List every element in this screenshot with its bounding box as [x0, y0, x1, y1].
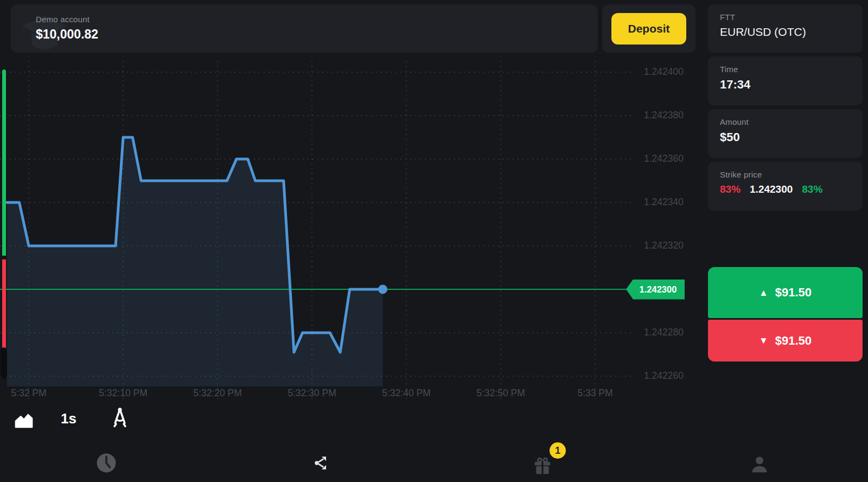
buy-up-button[interactable]: ▲ $91.50 [708, 267, 863, 318]
price-axis-label: 1.242320 [644, 240, 684, 251]
amount-value: $50 [720, 130, 851, 144]
time-axis-label: 5:32:50 PM [476, 388, 525, 399]
gift-badge[interactable]: 1 [550, 442, 566, 459]
profile-button[interactable] [749, 454, 770, 477]
price-axis-label: 1.242340 [644, 196, 684, 208]
price-axis-label: 1.242400 [644, 66, 684, 78]
active-trades-button[interactable] [314, 455, 330, 473]
h-gridline [0, 202, 632, 203]
up-arrow-icon: ▲ [759, 288, 768, 297]
v-gridline [123, 60, 124, 399]
pressure-bar-cap [1, 347, 7, 379]
h-gridline [0, 115, 632, 116]
h-gridline [0, 72, 632, 73]
buy-up-payout: $91.50 [775, 286, 812, 300]
time-label: Time [720, 65, 851, 74]
v-gridline [595, 60, 596, 399]
account-card[interactable]: Demo account $10,000.82 [11, 4, 598, 53]
deposit-button[interactable]: Deposit [611, 13, 686, 45]
pressure-bar-green [2, 69, 6, 256]
price-axis-label: 1.242280 [644, 327, 684, 338]
strike-down-percent: 83% [720, 183, 741, 195]
amount-label: Amount [720, 117, 851, 126]
buy-down-payout: $91.50 [775, 334, 812, 348]
strike-price-panel: Strike price 83% 1.242300 83% [708, 162, 863, 211]
price-axis-label: 1.242360 [644, 153, 684, 164]
time-axis-label: 5:32:30 PM [288, 388, 336, 399]
deposit-card: Deposit [602, 4, 695, 53]
time-axis-label: 5:32:10 PM [99, 388, 148, 399]
price-axis-label: 1.242260 [644, 370, 684, 382]
account-balance: $10,000.82 [36, 27, 98, 42]
route-arrows-icon [314, 455, 330, 471]
strike-label: Strike price [720, 170, 851, 179]
account-info: Demo account $10,000.82 [36, 15, 98, 42]
amount-control[interactable]: Amount $50 [708, 109, 863, 158]
time-value: 17:34 [720, 78, 851, 92]
clock-icon [96, 453, 117, 473]
h-gridline [0, 158, 632, 160]
area-chart-icon [13, 408, 35, 430]
strike-price-line [0, 289, 627, 290]
asset-selector[interactable]: FTT EUR/USD (OTC) [708, 4, 863, 53]
asset-name: EUR/USD (OTC) [720, 26, 851, 39]
v-gridline [406, 60, 407, 399]
strike-values: 83% 1.242300 83% [720, 183, 851, 195]
price-axis-label: 1.242380 [644, 110, 684, 121]
gift-icon [532, 455, 553, 476]
account-type-label: Demo account [36, 15, 98, 24]
compass-icon [108, 406, 131, 431]
buy-down-button[interactable]: ▼ $91.50 [708, 320, 863, 362]
v-gridline [500, 60, 501, 399]
h-gridline [0, 332, 632, 333]
v-gridline [311, 60, 312, 399]
down-arrow-icon: ▼ [759, 336, 768, 345]
v-gridline [28, 60, 29, 399]
asset-type-label: FTT [720, 12, 851, 22]
time-axis-label: 5:32 PM [11, 388, 46, 399]
expiry-time-control[interactable]: Time 17:34 [708, 56, 863, 105]
gifts-button[interactable] [532, 455, 553, 478]
h-gridline [0, 245, 632, 246]
h-gridline [0, 376, 632, 377]
current-price-dot [378, 285, 387, 294]
timeframe-button[interactable]: 1s [61, 410, 76, 427]
trade-history-button[interactable] [96, 453, 117, 475]
time-axis-label: 5:32:40 PM [382, 388, 431, 399]
strike-price-tag: 1.242300 [626, 280, 685, 300]
strike-up-percent: 83% [802, 183, 822, 195]
chart-type-button[interactable] [13, 408, 35, 432]
person-icon [749, 454, 770, 475]
strike-price-value: 1.242300 [750, 183, 793, 195]
v-gridline [217, 60, 218, 399]
time-axis-label: 5:32:20 PM [193, 388, 242, 399]
time-axis-label: 5:33 PM [577, 388, 612, 399]
drawing-tools-button[interactable] [108, 406, 131, 433]
